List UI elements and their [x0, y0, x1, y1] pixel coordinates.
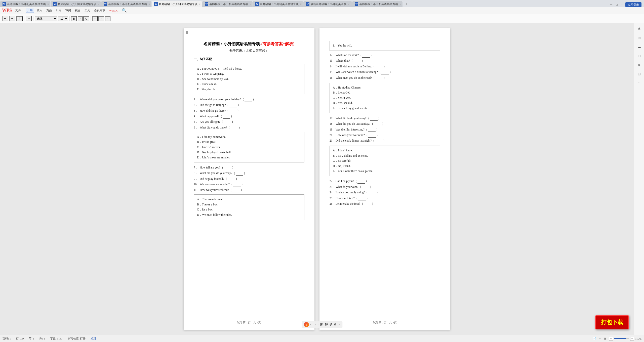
font-size-select[interactable]: 12	[58, 16, 68, 21]
tab-2-label: 名师稿编：小升初满通易错专项	[58, 2, 96, 6]
tab-4[interactable]: W 名师稿编：小升初满通易错专项 ×	[152, 1, 202, 7]
download-badge[interactable]: 打包下载	[595, 315, 629, 329]
page1-footer: 试卷第 1页，共 4页	[184, 320, 314, 325]
redo-button[interactable]: ↪	[9, 16, 15, 21]
answer-b6: B．It's 2 dollars and 16 cents.	[333, 153, 437, 158]
answer-a5: A．He studied Chinese.	[333, 85, 437, 90]
align-center-button[interactable]: ≡	[98, 16, 104, 21]
menu-file[interactable]: 文件	[14, 8, 22, 13]
document-area: ⠿ 名师精编：小升初英语易错专项-(有参考答案+解析) 句子匹配（北师大版三起）…	[0, 23, 634, 335]
sogou-item-1[interactable]: 中	[310, 323, 313, 327]
tab-8[interactable]: W 名师稿编：小升初英语易错专项 ×	[352, 1, 403, 7]
view-icon-1[interactable]: 📄	[593, 337, 596, 340]
tab-8-label: 名师稿编：小升初英语易错专项	[359, 2, 398, 6]
menu-reference[interactable]: 引用	[54, 8, 63, 13]
answer-b5: B．It was OK.	[333, 90, 437, 95]
tab-8-close[interactable]: ×	[398, 3, 401, 6]
zoom-slider[interactable]	[614, 338, 629, 339]
sogou-item-3[interactable]: ↑	[317, 323, 319, 327]
question-20: 20． How was your weekend?（ ）	[330, 133, 440, 137]
menu-wps-ai[interactable]: WPS AI	[108, 9, 120, 13]
zoom-percent: 110%	[635, 337, 641, 340]
minimize-button[interactable]: ─	[609, 3, 613, 7]
print-button[interactable]: 🖨	[16, 16, 23, 21]
view-icon-3[interactable]: ⊟	[604, 337, 606, 340]
tab-2-close[interactable]: ×	[96, 3, 99, 6]
tab-1-close[interactable]: ×	[46, 3, 49, 6]
wps-icon: W	[53, 2, 57, 6]
answer-a2: A．I did my homework.	[197, 135, 301, 140]
menu-view[interactable]: 视图	[73, 8, 82, 13]
sidebar-icon-1[interactable]: A	[636, 25, 643, 32]
answer-e2: E．John's shoes are smaller.	[197, 155, 301, 160]
answer-box-2: A．I did my homework. B．It was great! C．I…	[194, 132, 304, 163]
zoom-in-button[interactable]: +	[630, 337, 634, 341]
tab-6[interactable]: W 名师稿编：小升初英语易错专项 ×	[253, 1, 303, 7]
menu-tools[interactable]: 工具	[83, 8, 92, 13]
new-tab-button[interactable]: +	[403, 1, 410, 7]
sidebar-icon-5[interactable]: ◈	[636, 61, 643, 68]
view-icon-2[interactable]: ≡	[599, 337, 601, 340]
wps-icon: W	[306, 2, 309, 6]
right-sidebar: A ⊞ ☁ ⊡ ◈ ⊟ ···	[634, 23, 644, 335]
sidebar-icon-4[interactable]: ⊡	[636, 52, 643, 59]
login-button[interactable]: 立即登录	[625, 2, 641, 7]
answer-box-3: A．That sounds great. B．There's a box. C．…	[194, 194, 304, 220]
sogou-item-7[interactable]: 鱼	[334, 323, 337, 327]
sogou-item-5[interactable]: 智	[325, 323, 328, 327]
page-number: 页码: 1	[3, 337, 11, 340]
answer-c3: C．It's a box.	[197, 207, 301, 212]
font-family-select[interactable]: 宋体	[35, 16, 57, 21]
question-21: 21． Did she cook dinner last night?（ ）	[330, 138, 440, 143]
question-3: 3． How did she go there?（ ）	[194, 108, 304, 113]
zoom-out-button[interactable]: −	[609, 337, 613, 341]
format-painter-button[interactable]: ✏	[26, 16, 32, 21]
status-bar: 页码: 1 页: 1/9 节: 1 列: 1 字数: 3137 拼写检查: 打开…	[0, 335, 644, 342]
tab-1[interactable]: W 名师稿编：小升初英语易错专项 ×	[0, 1, 50, 7]
check-link[interactable]: 校对	[91, 337, 96, 340]
sogou-item-8[interactable]: ×	[338, 323, 340, 327]
question-10: 10． Whose shoes are smaller?（ ）	[194, 182, 304, 187]
menu-review[interactable]: 审阅	[64, 8, 72, 13]
wps-icon: W	[355, 2, 358, 6]
sidebar-icon-2[interactable]: ⊞	[636, 34, 643, 41]
tab-2[interactable]: W 名师稿编：小升初满通易错专项 ×	[51, 1, 101, 7]
tab-6-close[interactable]: ×	[299, 3, 302, 6]
menu-start[interactable]: 开始	[26, 8, 34, 13]
tab-4-close[interactable]: ×	[197, 3, 200, 6]
format-toolbar: ↩ ↪ 🖨 ✏ 宋体 12 B I U ≡ ≡ ≡	[0, 14, 644, 23]
menu-vip[interactable]: 会员专享	[93, 8, 107, 13]
browser-actions: ─ □ × 立即登录	[609, 2, 644, 7]
tab-5-close[interactable]: ×	[248, 3, 251, 6]
answer-box-4: E．Yes, he will.	[330, 41, 440, 51]
tab-5[interactable]: W 名师稿编：小升初英语易错专项 ×	[202, 1, 253, 7]
sidebar-icon-6[interactable]: ⊟	[636, 70, 643, 77]
undo-button[interactable]: ↩	[2, 16, 8, 21]
sogou-logo: S	[304, 322, 309, 327]
answer-d3: D．We must follow the rules.	[197, 212, 301, 218]
answer-e6: E．Yes, I want three colas, please.	[333, 169, 437, 174]
restore-button[interactable]: □	[615, 3, 619, 7]
sidebar-icon-more[interactable]: ···	[636, 79, 643, 87]
underline-button[interactable]: U	[83, 16, 89, 21]
italic-button[interactable]: I	[78, 16, 83, 21]
tab-3-close[interactable]: ×	[147, 3, 150, 6]
sidebar-icon-3[interactable]: ☁	[636, 43, 643, 50]
question-19: 19． Was the film interesting?（ ）	[330, 127, 440, 132]
close-button[interactable]: ×	[620, 3, 624, 7]
menu-insert[interactable]: 插入	[35, 8, 44, 13]
align-right-button[interactable]: ≡	[105, 16, 110, 21]
bold-button[interactable]: B	[71, 16, 77, 21]
sogou-item-4[interactable]: 图	[320, 323, 323, 327]
search-icon[interactable]: 🔍	[122, 8, 127, 13]
answer-d2: D．No, he played basketball.	[197, 150, 301, 155]
tab-3[interactable]: W 名师稿编：小升初英语易错专项 ×	[101, 1, 151, 7]
sogou-item-6[interactable]: 党	[329, 323, 332, 327]
menu-page[interactable]: 页面	[45, 8, 53, 13]
tab-7[interactable]: W 最新名师稿编：小升初英语易 ×	[303, 1, 352, 7]
wps-logo: WPS	[2, 8, 12, 13]
tab-7-close[interactable]: ×	[346, 3, 349, 6]
align-left-button[interactable]: ≡	[92, 16, 98, 21]
sogou-item-2[interactable]: ∙	[315, 323, 316, 327]
answer-box-5: A．He studied Chinese. B．It was OK. C．Yes…	[330, 83, 440, 113]
